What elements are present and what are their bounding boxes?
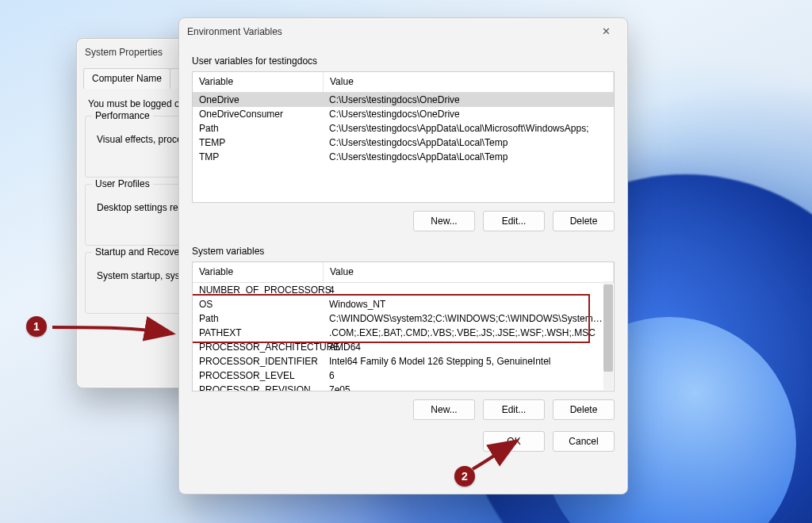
table-row[interactable]: OneDriveC:\Users\testingdocs\OneDrive [193, 93, 614, 107]
table-row[interactable]: OneDriveConsumerC:\Users\testingdocs\One… [193, 107, 614, 121]
cell-value: .COM;.EXE;.BAT;.CMD;.VBS;.VBE;.JS;.JSE;.… [323, 326, 614, 340]
user-edit-button[interactable]: Edit... [483, 211, 545, 231]
cell-variable: Path [193, 311, 323, 326]
col-variable[interactable]: Variable [193, 72, 324, 92]
cell-variable: Path [193, 121, 323, 136]
cell-value: C:\Users\testingdocs\AppData\Local\Micro… [323, 121, 614, 136]
ok-button[interactable]: OK [483, 431, 545, 452]
sys-vars-list[interactable]: Variable Value NUMBER_OF_PROCESSORS4OSWi… [192, 262, 615, 391]
table-row[interactable]: OSWindows_NT [193, 297, 614, 311]
table-row[interactable]: PathC:\WINDOWS\system32;C:\WINDOWS;C:\WI… [193, 311, 614, 326]
user-delete-button[interactable]: Delete [553, 211, 615, 231]
dialog-footer-buttons: OK Cancel [192, 431, 615, 452]
cell-value: C:\Users\testingdocs\AppData\Local\Temp [323, 136, 614, 150]
table-row[interactable]: PROCESSOR_IDENTIFIERIntel64 Family 6 Mod… [193, 354, 614, 368]
table-row[interactable]: PROCESSOR_REVISION7e05 [193, 383, 614, 391]
cell-value: 4 [323, 283, 614, 297]
col-value[interactable]: Value [324, 262, 614, 282]
close-icon[interactable]: ✕ [592, 25, 619, 37]
table-row[interactable]: PROCESSOR_ARCHITECTUREAMD64 [193, 340, 614, 354]
table-row[interactable]: NUMBER_OF_PROCESSORS4 [193, 283, 614, 297]
cell-variable: PROCESSOR_ARCHITECTURE [193, 340, 323, 354]
cell-value: C:\WINDOWS\system32;C:\WINDOWS;C:\WINDOW… [323, 311, 614, 326]
env-titlebar[interactable]: Environment Variables ✕ [179, 18, 627, 44]
group-startup-legend: Startup and Recovery [92, 246, 190, 258]
table-row[interactable]: PathC:\Users\testingdocs\AppData\Local\M… [193, 121, 614, 136]
cell-variable: PROCESSOR_IDENTIFIER [193, 354, 323, 368]
col-variable[interactable]: Variable [193, 262, 324, 282]
env-title: Environment Variables [187, 26, 282, 37]
sys-edit-button[interactable]: Edit... [483, 399, 545, 420]
sys-new-button[interactable]: New... [413, 399, 475, 420]
user-vars-header: Variable Value [193, 72, 614, 93]
cell-variable: OS [193, 297, 323, 311]
sys-vars-header: Variable Value [193, 262, 614, 283]
cell-variable: PROCESSOR_LEVEL [193, 368, 323, 383]
user-vars-list[interactable]: Variable Value OneDriveC:\Users\testingd… [192, 71, 615, 203]
user-new-button[interactable]: New... [413, 211, 475, 231]
table-row[interactable]: PATHEXT.COM;.EXE;.BAT;.CMD;.VBS;.VBE;.JS… [193, 326, 614, 340]
table-row[interactable]: PROCESSOR_LEVEL6 [193, 368, 614, 383]
cell-value: Windows_NT [323, 297, 614, 311]
cell-value: AMD64 [323, 340, 614, 354]
cell-value: C:\Users\testingdocs\OneDrive [323, 93, 614, 107]
cell-value: C:\Users\testingdocs\OneDrive [323, 107, 614, 121]
environment-variables-window: Environment Variables ✕ User variables f… [178, 17, 628, 494]
cell-variable: PATHEXT [193, 326, 323, 340]
cell-variable: OneDriveConsumer [193, 107, 323, 121]
group-user-profiles-legend: User Profiles [92, 178, 153, 189]
cell-variable: TEMP [193, 136, 323, 150]
sys-vars-buttons: New... Edit... Delete [192, 399, 615, 420]
cell-variable: TMP [193, 150, 323, 164]
sys-vars-label: System variables [192, 246, 615, 257]
annotation-badge-2: 2 [454, 466, 475, 487]
col-value[interactable]: Value [324, 72, 614, 92]
annotation-badge-1: 1 [26, 316, 47, 337]
cancel-button[interactable]: Cancel [553, 431, 615, 452]
user-vars-buttons: New... Edit... Delete [192, 211, 615, 231]
cell-value: 6 [323, 368, 614, 383]
sysprops-title: System Properties [85, 47, 163, 58]
sys-scrollbar-thumb[interactable] [603, 284, 613, 372]
cell-variable: NUMBER_OF_PROCESSORS [193, 283, 323, 297]
cell-variable: OneDrive [193, 93, 323, 107]
user-vars-label: User variables for testingdocs [192, 55, 615, 67]
cell-value: Intel64 Family 6 Model 126 Stepping 5, G… [323, 354, 614, 368]
sys-delete-button[interactable]: Delete [553, 399, 615, 420]
cell-value: C:\Users\testingdocs\AppData\Local\Temp [323, 150, 614, 164]
table-row[interactable]: TMPC:\Users\testingdocs\AppData\Local\Te… [193, 150, 614, 164]
cell-value: 7e05 [323, 383, 614, 391]
group-performance-legend: Performance [92, 110, 153, 121]
tab-computer-name[interactable]: Computer Name [83, 68, 170, 89]
table-row[interactable]: TEMPC:\Users\testingdocs\AppData\Local\T… [193, 136, 614, 150]
cell-variable: PROCESSOR_REVISION [193, 383, 323, 391]
